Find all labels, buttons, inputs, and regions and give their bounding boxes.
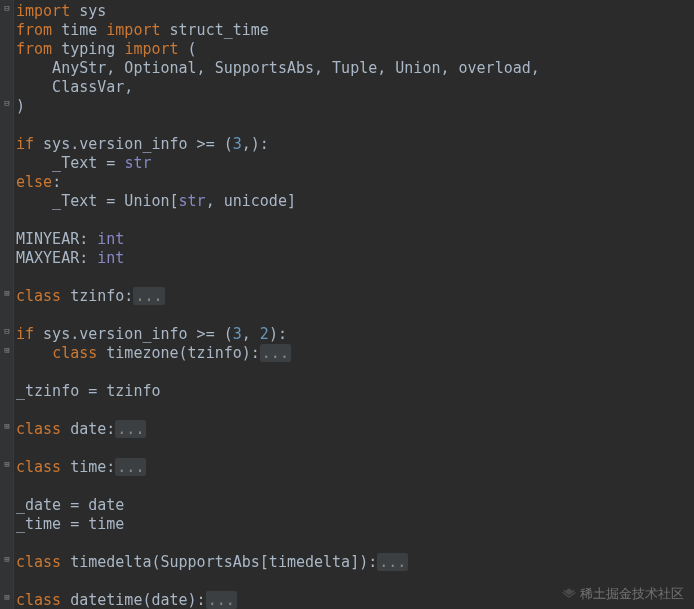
watermark-text: 稀土掘金技术社区 bbox=[580, 584, 684, 603]
code-line: class timezone(tzinfo):... bbox=[16, 344, 291, 362]
code-line: MAXYEAR: int bbox=[16, 249, 124, 267]
keyword: from bbox=[16, 21, 52, 39]
identifier: sys bbox=[79, 2, 106, 20]
code-line: class date:... bbox=[16, 420, 146, 438]
code-line: _time = time bbox=[16, 515, 124, 533]
keyword: from bbox=[16, 40, 52, 58]
colon: : bbox=[52, 173, 61, 191]
fold-ellipsis[interactable]: ... bbox=[115, 420, 146, 438]
number: 2 bbox=[260, 325, 269, 343]
class-name: datetime(date): bbox=[70, 591, 205, 609]
keyword: else bbox=[16, 173, 52, 191]
expression: , bbox=[242, 325, 260, 343]
keyword: class bbox=[16, 420, 61, 438]
expression: ,): bbox=[242, 135, 269, 153]
fold-icon[interactable]: ⊞ bbox=[2, 421, 12, 431]
identifier: time bbox=[61, 21, 97, 39]
paren: ( bbox=[188, 40, 197, 58]
expression: sys.version_info >= ( bbox=[43, 135, 233, 153]
code-line: _date = date bbox=[16, 496, 124, 514]
expression: , unicode] bbox=[206, 192, 296, 210]
code-line: _tzinfo = tzinfo bbox=[16, 382, 161, 400]
code-line: if sys.version_info >= (3,): bbox=[16, 135, 269, 153]
builtin: int bbox=[97, 249, 124, 267]
keyword: class bbox=[16, 591, 61, 609]
fold-icon[interactable]: ⊟ bbox=[2, 326, 12, 336]
keyword: if bbox=[16, 325, 34, 343]
juejin-icon bbox=[562, 587, 576, 601]
keyword: class bbox=[52, 344, 97, 362]
class-name: timezone(tzinfo): bbox=[106, 344, 260, 362]
fold-icon[interactable]: ⊞ bbox=[2, 459, 12, 469]
code-line: MINYEAR: int bbox=[16, 230, 124, 248]
fold-icon[interactable]: ⊞ bbox=[2, 592, 12, 602]
class-name: tzinfo: bbox=[70, 287, 133, 305]
code-line: _Text = str bbox=[16, 154, 151, 172]
code-line: import sys bbox=[16, 2, 106, 20]
identifier: struct_time bbox=[170, 21, 269, 39]
identifier: MAXYEAR: bbox=[16, 249, 97, 267]
code-line: if sys.version_info >= (3, 2): bbox=[16, 325, 287, 343]
code-line: from typing import ( bbox=[16, 40, 197, 58]
expression: sys.version_info >= ( bbox=[43, 325, 233, 343]
expression: _Text = Union[ bbox=[16, 192, 179, 210]
code-line: from time import struct_time bbox=[16, 21, 269, 39]
class-name: date: bbox=[70, 420, 115, 438]
code-line: _Text = Union[str, unicode] bbox=[16, 192, 296, 210]
code-line: class time:... bbox=[16, 458, 146, 476]
expression: ): bbox=[269, 325, 287, 343]
code-line: ) bbox=[16, 97, 25, 115]
fold-icon[interactable]: ⊟ bbox=[2, 98, 12, 108]
fold-ellipsis[interactable]: ... bbox=[115, 458, 146, 476]
identifier: typing bbox=[61, 40, 115, 58]
code-area[interactable]: import sys from time import struct_time … bbox=[16, 2, 540, 609]
number: 3 bbox=[233, 325, 242, 343]
keyword: import bbox=[124, 40, 178, 58]
fold-ellipsis[interactable]: ... bbox=[133, 287, 164, 305]
fold-icon[interactable]: ⊞ bbox=[2, 345, 12, 355]
gutter: ⊟ ⊟ ⊞ ⊟ ⊞ ⊞ ⊞ ⊞ ⊞ bbox=[0, 0, 14, 609]
fold-ellipsis[interactable]: ... bbox=[377, 553, 408, 571]
fold-icon[interactable]: ⊞ bbox=[2, 554, 12, 564]
keyword: import bbox=[16, 2, 70, 20]
expression: _Text = bbox=[16, 154, 124, 172]
watermark: 稀土掘金技术社区 bbox=[562, 584, 684, 603]
identifier: MINYEAR: bbox=[16, 230, 97, 248]
class-name: time: bbox=[70, 458, 115, 476]
keyword: if bbox=[16, 135, 34, 153]
code-line: else: bbox=[16, 173, 61, 191]
fold-ellipsis[interactable]: ... bbox=[206, 591, 237, 609]
builtin: int bbox=[97, 230, 124, 248]
class-name: timedelta(SupportsAbs[timedelta]): bbox=[70, 553, 377, 571]
fold-ellipsis[interactable]: ... bbox=[260, 344, 291, 362]
code-line: class timedelta(SupportsAbs[timedelta]):… bbox=[16, 553, 408, 571]
keyword: class bbox=[16, 553, 61, 571]
number: 3 bbox=[233, 135, 242, 153]
keyword: class bbox=[16, 287, 61, 305]
code-line: AnyStr, Optional, SupportsAbs, Tuple, Un… bbox=[16, 59, 540, 77]
keyword: class bbox=[16, 458, 61, 476]
fold-icon[interactable]: ⊟ bbox=[2, 3, 12, 13]
code-line: class datetime(date):... bbox=[16, 591, 237, 609]
code-line: class tzinfo:... bbox=[16, 287, 165, 305]
code-line: ClassVar, bbox=[16, 78, 133, 96]
builtin: str bbox=[124, 154, 151, 172]
keyword: import bbox=[106, 21, 160, 39]
builtin: str bbox=[179, 192, 206, 210]
fold-icon[interactable]: ⊞ bbox=[2, 288, 12, 298]
